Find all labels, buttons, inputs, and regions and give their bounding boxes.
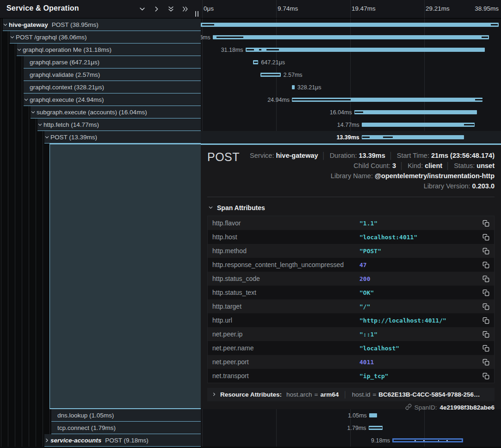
span-timeline-row[interactable]: 1.79ms [201, 422, 501, 434]
ruler-gridline [350, 0, 351, 19]
copy-attribute-button[interactable] [482, 373, 489, 380]
link-icon[interactable] [405, 404, 412, 411]
span-timeline-row[interactable]: 13.39ms [201, 131, 501, 143]
span-bar[interactable] [362, 123, 475, 127]
copy-attribute-button[interactable] [482, 331, 489, 338]
span-tree-row-content[interactable]: graphql.validate (2.57ms) [24, 68, 201, 81]
span-timeline-row[interactable]: 16.04ms [201, 106, 501, 118]
span-tree-row[interactable]: hive-gatewayPOST (38.95ms) [0, 19, 201, 31]
chevron-right-icon[interactable] [153, 5, 160, 12]
span-attributes-header[interactable]: Span Attributes [208, 204, 495, 212]
span-timeline-row[interactable]: 31.18ms [201, 44, 501, 56]
copy-attribute-button[interactable] [482, 303, 489, 310]
detail-field-label: Service: [250, 152, 276, 159]
double-chevron-down-icon[interactable] [167, 5, 174, 12]
attribute-value: "POST" [359, 248, 482, 255]
span-bar[interactable] [362, 135, 464, 139]
event-dot [438, 440, 439, 442]
span-timeline-row[interactable]: 328.21μs [201, 81, 501, 93]
span-timeline-row[interactable]: 24.94ms [201, 93, 501, 106]
copy-attribute-button[interactable] [482, 234, 489, 241]
span-tree-row-content[interactable]: graphql.execute (24.94ms) [24, 93, 201, 106]
span-tree-row[interactable]: graphql.context (328.21μs) [0, 81, 201, 93]
copy-attribute-button[interactable] [482, 220, 489, 227]
span-tree-row-content[interactable]: tcp.connect (1.79ms) [51, 422, 201, 434]
copy-attribute-button[interactable] [482, 248, 489, 255]
copy-attribute-button[interactable] [482, 317, 489, 324]
span-bar[interactable] [292, 85, 295, 89]
span-tree-row[interactable]: service-accountsPOST (9.18ms) [0, 434, 201, 447]
chevron-down-icon[interactable] [24, 93, 29, 106]
span-timeline-row[interactable]: 647.21μs [201, 56, 501, 68]
span-tree-row-content[interactable]: graphql.parse (647.21μs) [24, 56, 201, 68]
span-timeline-inner: 16.04ms [201, 106, 499, 118]
span-timeline-inner: 647.21μs [201, 56, 499, 68]
double-chevron-right-icon[interactable] [181, 5, 189, 12]
copy-attribute-button[interactable] [482, 289, 489, 296]
detail-field-label: Kind: [408, 162, 425, 169]
span-tree-row[interactable]: graphql.operation Me (31.18ms) [0, 44, 201, 56]
chevron-down-icon[interactable] [44, 131, 49, 143]
span-tree-row[interactable]: graphql.execute (24.94ms) [0, 93, 201, 106]
chevron-down-icon[interactable] [17, 44, 22, 56]
span-timeline-row[interactable]: 36.06ms [201, 31, 501, 44]
span-bar[interactable] [354, 110, 477, 114]
selected-span-region [49, 143, 201, 409]
attribute-row: http.host"localhost:4011" [208, 230, 494, 244]
timeline-ruler[interactable]: 0μs9.74ms19.47ms29.21ms38.95ms [201, 0, 501, 19]
chevron-down-icon[interactable] [138, 5, 146, 12]
span-tree-row-content[interactable]: POST /graphql (36.06ms) [10, 31, 201, 44]
span-tree-row[interactable]: graphql.validate (2.57ms) [0, 68, 201, 81]
chevron-down-icon[interactable] [31, 106, 36, 118]
chevron-right-icon[interactable] [44, 434, 49, 447]
chevron-down-icon[interactable] [10, 31, 15, 44]
copy-attribute-button[interactable] [482, 345, 489, 352]
copy-attribute-button[interactable] [482, 275, 489, 282]
chevron-down-icon[interactable] [37, 118, 43, 131]
span-tree-row-content[interactable]: graphql.context (328.21μs) [24, 81, 201, 93]
span-timeline-inner: 36.06ms [201, 31, 499, 44]
span-bar[interactable] [201, 23, 499, 27]
span-tree-row[interactable]: dns.lookup (1.05ms) [0, 409, 201, 422]
span-tree-row[interactable]: subgraph.execute (accounts) (16.04ms) [0, 106, 201, 118]
span-tree-row[interactable]: http.fetch (14.77ms) [0, 118, 201, 131]
span-timeline-row[interactable]: 38.95ms [201, 19, 501, 31]
operation-label: dns.lookup (1.05ms) [57, 412, 114, 419]
column-resize-handle[interactable] [195, 11, 198, 17]
indent-gutter [0, 93, 24, 106]
indent-gutter [0, 131, 44, 143]
span-tree-row-content[interactable]: dns.lookup (1.05ms) [51, 409, 201, 422]
ruler-tick-label: 29.21ms [426, 5, 450, 12]
copy-attribute-button[interactable] [482, 359, 489, 366]
span-tree-row-content[interactable]: graphql.operation Me (31.18ms) [17, 44, 201, 56]
attribute-key: http.response_content_length_uncompresse… [212, 261, 359, 268]
copy-attribute-button[interactable] [482, 261, 489, 268]
chevron-down-icon[interactable] [3, 19, 8, 31]
attribute-value: 4011 [359, 359, 482, 366]
resource-attributes-row[interactable]: Resource Attributes:host.arch=arm64│host… [207, 388, 495, 401]
span-bar[interactable] [369, 413, 377, 417]
expander-spacer [24, 81, 29, 93]
span-tree-row[interactable]: POST /graphql (36.06ms) [0, 31, 201, 44]
child-span-tick [394, 440, 462, 441]
span-bar[interactable] [213, 35, 489, 39]
span-timeline-row[interactable]: 2.57ms [201, 68, 501, 81]
detail-field-value: unset [476, 162, 495, 169]
span-tree-row-content[interactable]: hive-gatewayPOST (38.95ms) [3, 19, 201, 31]
span-timeline-row[interactable]: 9.18ms [201, 434, 501, 447]
attribute-key: http.url [212, 317, 359, 324]
span-tree-row-content[interactable]: POST (13.39ms) [44, 131, 201, 143]
span-tree-row[interactable]: tcp.connect (1.79ms) [0, 422, 201, 434]
span-duration-label: 24.94ms [267, 97, 290, 103]
span-tree-row-content[interactable]: subgraph.execute (accounts) (16.04ms) [31, 106, 201, 118]
span-timeline-row[interactable]: 14.77ms [201, 118, 501, 131]
attribute-row: http.status_text"OK" [208, 286, 494, 299]
separator: │ [343, 391, 347, 398]
span-tree-row-content[interactable]: http.fetch (14.77ms) [37, 118, 201, 131]
detail-field-label: Child Count: [353, 162, 392, 169]
child-span-tick [247, 49, 254, 50]
span-bar[interactable] [246, 48, 485, 52]
span-tree-row-content[interactable]: service-accountsPOST (9.18ms) [44, 434, 201, 447]
span-tree-row[interactable]: POST (13.39ms) [0, 131, 201, 143]
span-tree-row[interactable]: graphql.parse (647.21μs) [0, 56, 201, 68]
